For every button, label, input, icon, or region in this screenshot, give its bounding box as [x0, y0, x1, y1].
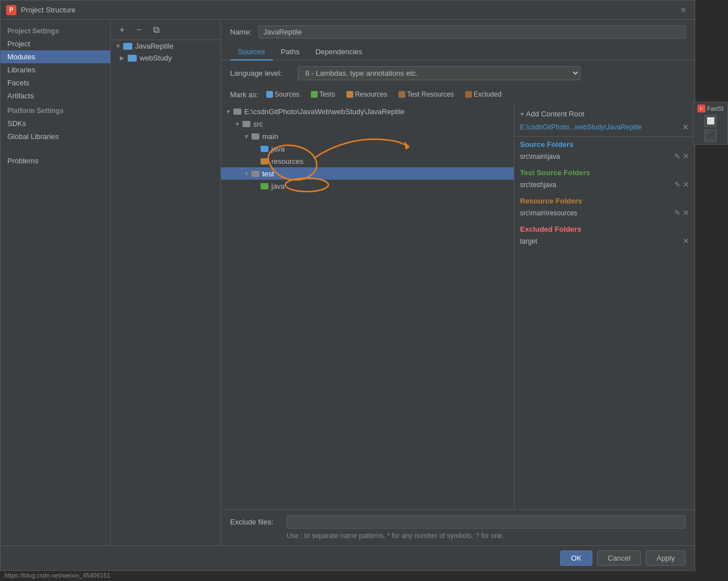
dialog-body: Project Settings Project Modules Librari…: [1, 20, 695, 545]
copy-module-button[interactable]: ⧉: [149, 23, 163, 37]
sidebar-item-libraries[interactable]: Libraries: [1, 63, 110, 76]
sidebar-item-sdks[interactable]: SDKs: [1, 117, 110, 130]
excluded-folders-path: target: [520, 237, 538, 245]
module-tree-item-webstudy[interactable]: ▶ webStudy: [111, 52, 220, 64]
ftree-src[interactable]: ▼ src: [221, 118, 514, 130]
exclude-files-input[interactable]: [287, 515, 686, 528]
mark-tests-btn[interactable]: Tests: [307, 89, 339, 99]
cancel-button[interactable]: Cancel: [597, 550, 641, 566]
ftree-java-test[interactable]: java: [221, 180, 514, 192]
source-folders-remove-icon[interactable]: ✕: [683, 152, 689, 161]
test-source-folder-actions: ✎ ✕: [674, 180, 689, 189]
platform-settings-label: Platform Settings: [1, 102, 110, 117]
source-folder-actions: ✎ ✕: [674, 152, 689, 161]
project-sidebar: Project Settings Project Modules Librari…: [1, 20, 111, 545]
tabs-bar: Sources Paths Dependencies: [221, 44, 695, 60]
dialog-icon: P: [6, 5, 16, 15]
fast-panel-label: FastSt: [707, 106, 723, 112]
ftree-java-main[interactable]: java: [221, 142, 514, 155]
resource-folders-edit-icon[interactable]: ✎: [674, 209, 681, 217]
module-toolbar: + − ⧉: [111, 20, 220, 40]
resource-folders-section: Resource Folders src\main\resources ✎ ✕: [514, 193, 695, 222]
folder-icon: [123, 43, 132, 50]
dialog-title: Project Structure: [21, 6, 678, 14]
source-folders-item: src\main\java ✎ ✕: [520, 151, 689, 162]
fast-panel: F FastSt ⬜ ⬛: [693, 102, 728, 145]
tree-arrow: ▶: [120, 55, 127, 61]
test-source-folders-remove-icon[interactable]: ✕: [683, 180, 689, 189]
tab-paths[interactable]: Paths: [273, 44, 307, 60]
sidebar-item-artifacts[interactable]: Artifacts: [1, 89, 110, 102]
source-folders-edit-icon[interactable]: ✎: [674, 152, 681, 161]
ftree-main-arrow: ▼: [244, 133, 252, 140]
file-tree: ▼ E:\csdnGitPhoto\JavaWeb\webStudy\JavaR…: [221, 103, 514, 509]
ftree-root[interactable]: ▼ E:\csdnGitPhoto\JavaWeb\webStudy\JavaR…: [221, 105, 514, 118]
resource-folders-remove-icon[interactable]: ✕: [683, 209, 689, 217]
mark-resources-btn[interactable]: Resources: [343, 89, 391, 99]
excluded-folder-actions: ✕: [683, 237, 689, 245]
excluded-folders-remove-icon[interactable]: ✕: [683, 237, 689, 245]
ftree-test[interactable]: ▼ test: [221, 167, 514, 180]
exclude-files-label: Exclude files:: [230, 518, 281, 526]
exclude-files-hint: Use ; to separate name patterns, * for a…: [230, 532, 686, 540]
resource-folders-item: src\main\resources ✎ ✕: [520, 207, 689, 218]
remove-module-button[interactable]: −: [132, 23, 146, 37]
ftree-root-label: E:\csdnGitPhoto\JavaWeb\webStudy\JavaRep…: [244, 107, 405, 116]
ftree-root-folder-icon: [233, 109, 241, 115]
source-folders-title: Source Folders: [520, 140, 689, 149]
sidebar-item-global-libraries[interactable]: Global Libraries: [1, 130, 110, 143]
ftree-test-folder-icon: [252, 171, 259, 177]
project-structure-dialog: P Project Structure × Project Settings P…: [0, 0, 695, 571]
language-level-select[interactable]: 8 - Lambdas, type annotations etc.: [298, 66, 580, 80]
file-tree-content: ▼ E:\csdnGitPhoto\JavaWeb\webStudy\JavaR…: [221, 103, 695, 509]
test-source-folders-title: Test Source Folders: [520, 168, 689, 177]
module-tree-item-javareptile[interactable]: ▼ JavaReptile: [111, 40, 220, 52]
add-module-button[interactable]: +: [115, 23, 129, 37]
ftree-resources[interactable]: resources: [221, 155, 514, 167]
tab-dependencies[interactable]: Dependencies: [307, 44, 370, 60]
ftree-test-arrow: ▼: [244, 171, 252, 177]
ftree-java-test-folder-icon: [261, 183, 268, 189]
ftree-resources-label: resources: [271, 157, 304, 166]
fast-btn-2[interactable]: ⬛: [704, 129, 717, 142]
language-level-label: Language level:: [230, 69, 292, 77]
sources-badge-label: Sources: [275, 90, 300, 98]
sidebar-item-problems[interactable]: Problems: [1, 154, 110, 167]
apply-button[interactable]: Apply: [645, 550, 686, 566]
add-content-root-button[interactable]: + Add Content Root: [520, 110, 584, 118]
ftree-java-main-label: java: [271, 145, 285, 153]
content-root-path-label: E:\csdnGitPhoto...webStudy\JavaReptile: [520, 123, 642, 131]
sidebar-item-project[interactable]: Project: [1, 37, 110, 50]
sidebar-item-modules[interactable]: Modules: [1, 50, 110, 63]
mark-test-resources-btn[interactable]: Test Resources: [395, 89, 457, 99]
sidebar-item-facets[interactable]: Facets: [1, 76, 110, 89]
content-root-path: E:\csdnGitPhoto...webStudy\JavaReptile ✕: [514, 120, 695, 137]
test-source-folders-edit-icon[interactable]: ✎: [674, 180, 681, 189]
sources-badge-icon: [266, 91, 273, 98]
right-panel-header: + Add Content Root: [514, 107, 695, 120]
dialog-footer: OK Cancel Apply: [1, 545, 695, 570]
excluded-folders-title: Excluded Folders: [520, 225, 689, 233]
mark-sources-btn[interactable]: Sources: [263, 89, 303, 99]
tab-sources[interactable]: Sources: [230, 44, 273, 60]
exclude-files-row: Exclude files:: [230, 515, 686, 528]
mark-excluded-btn[interactable]: Excluded: [462, 89, 505, 99]
module-label: webStudy: [140, 54, 172, 62]
name-label: Name:: [230, 28, 253, 36]
folder-icon: [128, 55, 137, 62]
url-bar: https://blog.csdn.net/weixin_45406151: [0, 571, 728, 581]
ok-button[interactable]: OK: [560, 550, 592, 566]
mark-as-row: Mark as: Sources Tests Resources Test Re…: [221, 86, 695, 103]
bottom-area: Exclude files: Use ; to separate name pa…: [221, 509, 695, 545]
source-folders-section: Source Folders src\main\java ✎ ✕: [514, 137, 695, 165]
ftree-main[interactable]: ▼ main: [221, 130, 514, 142]
module-label: JavaReptile: [135, 42, 174, 50]
name-row: Name:: [221, 20, 695, 44]
ftree-java-test-label: java: [271, 182, 285, 190]
content-root-close-button[interactable]: ✕: [682, 123, 689, 132]
right-panel: + Add Content Root E:\csdnGitPhoto...web…: [514, 103, 695, 509]
resource-folders-title: Resource Folders: [520, 197, 689, 205]
close-button[interactable]: ×: [678, 5, 689, 16]
fast-btn-1[interactable]: ⬜: [704, 115, 717, 127]
name-input[interactable]: [258, 25, 686, 38]
